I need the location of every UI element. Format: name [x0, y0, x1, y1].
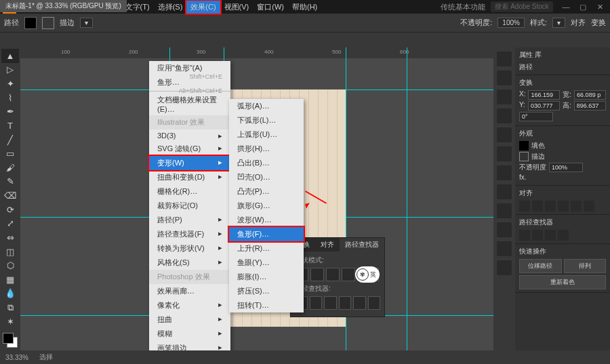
warp-arch[interactable]: 拱形(H)…	[229, 142, 304, 156]
menu-window[interactable]: 窗口(W)	[253, 1, 288, 14]
align-label[interactable]: 对齐	[571, 18, 586, 28]
warp-shell-upper[interactable]: 凸壳(P)…	[229, 184, 304, 199]
stroke-swatch[interactable]	[42, 17, 54, 29]
shape-builder-tool[interactable]: ⬡	[1, 258, 19, 272]
menu-item-rasterize[interactable]: 栅格化(R)…	[149, 184, 230, 199]
magic-wand-tool[interactable]: ✦	[1, 77, 19, 91]
search-input[interactable]: 搜索 Adobe Stock	[491, 1, 552, 12]
lasso-tool[interactable]: ⌇	[1, 91, 19, 105]
eyedropper-tool[interactable]: 💧	[1, 287, 19, 301]
align-bottom-button[interactable]	[584, 201, 594, 211]
menu-item-raster-settings[interactable]: 文档栅格效果设置(E)…	[149, 93, 230, 115]
warp-arc[interactable]: 弧形(A)…	[229, 99, 304, 113]
menu-item-path[interactable]: 路径(P)	[149, 213, 230, 227]
width-tool[interactable]: ⇔	[1, 230, 19, 245]
type-tool[interactable]: T	[1, 119, 19, 133]
menu-item-warp[interactable]: 变形(W)	[149, 156, 230, 170]
trim-button[interactable]	[310, 296, 323, 310]
symbol-sprayer-tool[interactable]: ✶	[1, 315, 19, 329]
pf-exclude[interactable]	[558, 230, 569, 241]
minimize-button[interactable]: —	[558, 3, 573, 11]
canvas[interactable]: 100 200 300 400 500 600 应用"鱼形"(A) Shift+…	[20, 47, 493, 350]
fill-swatch[interactable]	[24, 17, 37, 29]
tab-align[interactable]: 对齐	[315, 238, 340, 251]
menu-item-3d[interactable]: 3D(3)	[149, 129, 230, 142]
menu-item-pathfinder[interactable]: 路径查找器(F)	[149, 227, 230, 241]
align-vcenter-button[interactable]	[571, 201, 582, 211]
menu-item-convert-shape[interactable]: 转换为形状(V)	[149, 241, 230, 256]
w-input[interactable]: 66.089 p	[574, 90, 606, 100]
opacity-input[interactable]: 100%	[549, 163, 583, 172]
eraser-tool[interactable]: ⌫	[1, 188, 19, 203]
warp-fisheye[interactable]: 鱼眼(Y)…	[229, 256, 304, 270]
gradient-tool[interactable]: ▦	[1, 272, 19, 287]
symbols-panel-icon[interactable]	[497, 108, 512, 123]
menu-item-distort[interactable]: 扭曲和变换(D)	[149, 170, 230, 184]
pen-tool[interactable]: ✒	[1, 105, 19, 119]
offset-path-button[interactable]: 位移路径	[519, 259, 562, 273]
align-top-button[interactable]	[558, 201, 569, 211]
close-button[interactable]: ✕	[592, 3, 607, 12]
document-tab[interactable]: 未标题-1* @ 33.33% (RGB/GPU 预览)	[0, 0, 127, 12]
transparency-panel-icon[interactable]	[497, 165, 512, 180]
align-left-button[interactable]	[519, 201, 530, 211]
fill-color-swatch[interactable]	[519, 141, 529, 150]
minus-back-button[interactable]	[368, 296, 381, 310]
exclude-button[interactable]	[342, 268, 355, 281]
maximize-button[interactable]: ▢	[575, 3, 590, 12]
menu-item-gallery[interactable]: 效果画廊…	[149, 284, 230, 298]
menu-item-brush[interactable]: 画笔描边	[149, 341, 230, 350]
angle-input[interactable]: 0°	[519, 112, 553, 121]
intersect-button[interactable]	[326, 268, 340, 281]
graphic-styles-panel-icon[interactable]	[497, 203, 512, 218]
libraries-tab[interactable]: 库	[535, 51, 542, 58]
line-tool[interactable]: ╱	[1, 133, 19, 147]
stroke-color-swatch[interactable]	[519, 152, 529, 161]
merge-button[interactable]	[324, 296, 337, 310]
rotate-tool[interactable]: ⟳	[1, 203, 19, 217]
pf-minus[interactable]	[532, 230, 543, 241]
warp-squeeze[interactable]: 挤压(S)…	[229, 284, 304, 298]
style-select[interactable]: ▾	[552, 18, 565, 28]
warp-wave[interactable]: 波形(W)…	[229, 213, 304, 227]
minus-front-button[interactable]	[310, 268, 324, 281]
warp-arc-upper[interactable]: 上弧形(U)…	[229, 127, 304, 142]
selection-tool[interactable]: ▲	[1, 49, 19, 63]
warp-flag[interactable]: 旗形(G)…	[229, 199, 304, 213]
align-right-button[interactable]	[545, 201, 556, 211]
outline-button[interactable]	[353, 296, 366, 310]
pf-unite[interactable]	[519, 230, 530, 241]
warp-twist[interactable]: 扭转(T)…	[229, 298, 304, 312]
scale-tool[interactable]: ⤢	[1, 217, 19, 231]
appearance-panel-icon[interactable]	[497, 184, 512, 199]
gradient-panel-icon[interactable]	[497, 146, 512, 161]
tab-pathfinder[interactable]: 路径查找器	[340, 238, 384, 251]
pf-intersect[interactable]	[545, 230, 556, 241]
transform-label[interactable]: 变换	[591, 18, 606, 28]
pencil-tool[interactable]: ✎	[1, 175, 19, 189]
free-transform-tool[interactable]: ◫	[1, 245, 19, 259]
brush-tool[interactable]: 🖌	[1, 161, 19, 175]
menu-item-svg[interactable]: SVG 滤镜(G)	[149, 142, 230, 156]
rectangle-tool[interactable]: ▭	[1, 146, 19, 161]
stroke-weight[interactable]: ▾	[80, 18, 93, 28]
warp-bulge[interactable]: 凸出(B)…	[229, 156, 304, 170]
warp-arc-lower[interactable]: 下弧形(L)…	[229, 113, 304, 127]
menu-item-stylize[interactable]: 风格化(S)	[149, 256, 230, 270]
menu-select[interactable]: 选择(S)	[154, 1, 187, 14]
warp-inflate[interactable]: 膨胀(I)…	[229, 270, 304, 284]
arrange-button[interactable]: 排列	[564, 259, 607, 273]
blend-tool[interactable]: ⧉	[1, 300, 19, 315]
direct-selection-tool[interactable]: ▷	[1, 63, 19, 77]
menu-item-blur[interactable]: 模糊	[149, 327, 230, 341]
menu-item-cropmarks[interactable]: 裁剪标记(O)	[149, 199, 230, 213]
workspace-switcher[interactable]: 传统基本功能	[441, 2, 485, 12]
menu-effect[interactable]: 效果(C)	[186, 1, 220, 14]
brushes-panel-icon[interactable]	[497, 89, 512, 104]
warp-shell-lower[interactable]: 凹壳(O)…	[229, 170, 304, 184]
h-input[interactable]: 896.637	[574, 101, 606, 110]
warp-rise[interactable]: 上升(R)…	[229, 241, 304, 256]
zoom-level[interactable]: 33.33%	[5, 354, 28, 361]
y-input[interactable]: 030.777	[528, 101, 560, 110]
x-input[interactable]: 166.159	[528, 90, 560, 100]
